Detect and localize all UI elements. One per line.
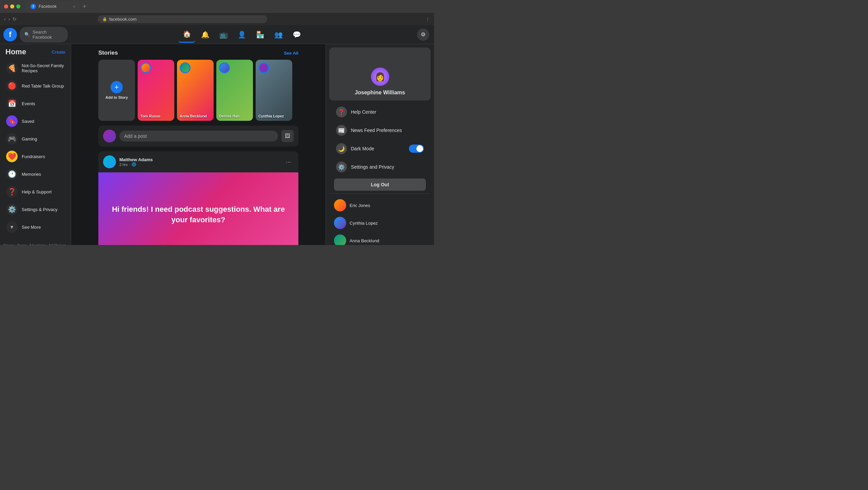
sidebar-item-see-more[interactable]: ▼ See More [3,219,68,235]
composer-photo-button[interactable]: 🖼 [281,130,294,142]
events-icon: 📅 [6,98,18,109]
sidebar-item-help-support[interactable]: ❓ Help & Support [3,183,68,200]
sidebar-item-label: Red Table Talk Group [22,83,64,89]
browser-tab-facebook[interactable]: f Facebook × [26,2,80,11]
add-story-label: Add to Story [105,95,128,99]
traffic-lights [4,4,20,8]
friend-item-cynthia-lopez[interactable]: Cynthia Lopez [329,214,431,232]
back-button[interactable]: ‹ [4,16,6,22]
sidebar-header: Home Create [3,48,68,60]
settings-privacy-icon: ⚙️ [336,162,347,172]
sidebar-item-memories[interactable]: 🕐 Memories [3,166,68,183]
section-divider [329,193,431,194]
address-text: facebook.com [109,17,137,22]
new-tab-button[interactable]: + [80,3,89,10]
memories-icon: 🕐 [6,168,18,180]
footer-links: Privacy · Terms · Advertising · Ad Choic… [3,243,67,245]
friend-avatar [334,234,346,245]
menu-label-dark-mode: Dark Mode [351,146,374,151]
address-bar[interactable]: 🔒 facebook.com [98,15,267,23]
create-button[interactable]: Create [52,50,65,55]
menu-label-news-feed-prefs: News Feed Preferences [351,128,402,133]
dark-mode-toggle[interactable] [409,145,424,153]
menu-item-news-feed-prefs[interactable]: 📰 News Feed Preferences [331,121,429,139]
sidebar-item-saved[interactable]: 🔖 Saved [3,113,68,130]
forward-button[interactable]: › [8,16,10,22]
story-avatar [180,62,191,73]
help-center-icon: ❓ [336,107,347,117]
toggle-knob [416,145,423,152]
top-navigation: f 🔍 Search Facebook 🏠 🔔 📺 👤 🏪 👥 💬 ⚙ [0,25,434,44]
sidebar-item-label: Settings & Privacy [22,207,58,212]
sidebar-item-red-table-talk[interactable]: 🔴 Red Table Talk Group [3,77,68,94]
nav-groups-button[interactable]: 👥 [270,26,287,43]
globe-icon: 🌐 [132,162,136,167]
stories-section: Stories See All + Add to Story Tom Russo [98,50,298,121]
post-more-button[interactable]: ··· [283,157,294,167]
sidebar-item-label: Not-So-Secret Family Recipes [22,63,65,73]
sidebar-item-label: Saved [22,119,34,124]
add-story-card[interactable]: + Add to Story [98,60,135,121]
sidebar-item-fundraisers[interactable]: ❤️ Fundraisers [3,148,68,165]
friend-name: Cynthia Lopez [350,221,378,226]
post-meta: 2 hrs · 🌐 [119,162,153,167]
reload-button[interactable]: ↻ [13,16,17,22]
sidebar-title: Home [5,48,26,56]
nav-messenger-button[interactable]: 💬 [288,26,305,43]
logout-button[interactable]: Log Out [334,178,426,191]
stories-see-all-button[interactable]: See All [284,51,298,56]
sidebar-item-gaming[interactable]: 🎮 Gaming [3,130,68,147]
nav-profile-button[interactable]: 👤 [233,26,250,43]
tab-close-icon[interactable]: × [73,4,75,8]
add-story-icon: + [111,81,123,93]
settings-button[interactable]: ⚙ [417,29,429,41]
search-bar[interactable]: 🔍 Search Facebook [20,27,68,42]
profile-avatar[interactable]: 👩 [370,67,390,87]
close-button[interactable] [4,4,8,8]
search-placeholder: Search Facebook [33,30,63,40]
story-card-tom-russo[interactable]: Tom Russo [138,60,174,121]
lock-icon: 🔒 [102,17,107,21]
friend-item-anna-becklund[interactable]: Anna Becklund [329,232,431,245]
post-image: Hi friends! I need podcast suggestions. … [98,172,298,245]
sidebar-item-events[interactable]: 📅 Events [3,95,68,112]
story-card-anna-becklund[interactable]: Anna Becklund [177,60,214,121]
story-label: Cynthia Lopez [258,114,284,118]
profile-name[interactable]: Josephine Williams [355,90,405,96]
sidebar-item-settings-privacy[interactable]: ⚙️ Settings & Privacy [3,201,68,218]
dot-separator: · [129,163,130,167]
main-content: Stories See All + Add to Story Tom Russo [71,25,326,245]
browser-menu-icon[interactable]: ⋮ [426,17,430,22]
facebook-logo[interactable]: f [3,28,17,41]
menu-item-dark-mode[interactable]: 🌙 Dark Mode [331,140,429,157]
composer-input[interactable]: Add a post [119,131,278,142]
dark-mode-icon: 🌙 [336,143,347,154]
story-label: Dennis Han [219,114,240,118]
story-avatar [219,62,230,73]
post-header: Matthew Adams 2 hrs · 🌐 ··· [98,151,298,172]
maximize-button[interactable] [16,4,20,8]
settings-icon: ⚙️ [6,204,18,215]
family-recipes-icon: 🍕 [6,62,18,74]
topnav-center: 🏠 🔔 📺 👤 🏪 👥 💬 [71,26,412,43]
story-card-dennis-han[interactable]: Dennis Han [216,60,253,121]
nav-notifications-button[interactable]: 🔔 [197,26,214,43]
story-label: Anna Becklund [180,114,207,118]
menu-item-settings-privacy[interactable]: ⚙️ Settings and Privacy [331,158,429,176]
nav-video-button[interactable]: 📺 [215,26,232,43]
sidebar-item-family-recipes[interactable]: 🍕 Not-So-Secret Family Recipes [3,60,68,77]
post-image-text: Hi friends! I need podcast suggestions. … [98,197,298,232]
story-card-cynthia-lopez[interactable]: Cynthia Lopez [256,60,292,121]
search-icon: 🔍 [24,32,30,37]
friend-item-eric-jones[interactable]: Eric Jones [329,196,431,214]
post-author-avatar [103,155,116,168]
browser-actions: ⋮ [426,17,430,22]
minimize-button[interactable] [10,4,14,8]
post-time: 2 hrs [119,163,127,167]
nav-home-button[interactable]: 🏠 [178,26,195,43]
post-composer[interactable]: Add a post 🖼 [98,126,298,147]
post-author-name[interactable]: Matthew Adams [119,157,153,162]
menu-label-settings-privacy: Settings and Privacy [351,164,394,170]
nav-marketplace-button[interactable]: 🏪 [252,26,269,43]
menu-item-help-center[interactable]: ❓ Help Center [331,103,429,121]
